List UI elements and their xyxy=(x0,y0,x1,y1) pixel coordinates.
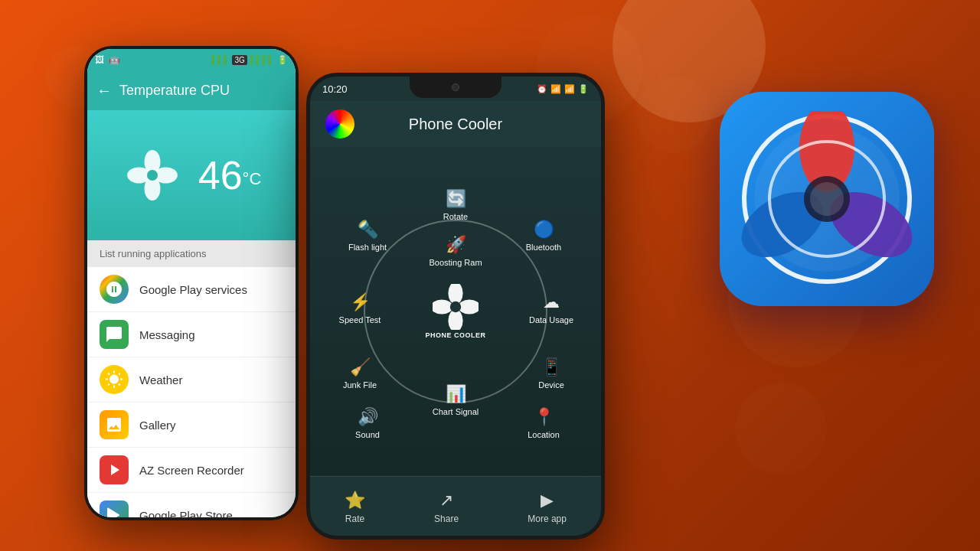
app-icon-messaging xyxy=(100,320,129,349)
app-name-messaging: Messaging xyxy=(139,328,195,341)
center-fan-button[interactable]: PHONE COOLER xyxy=(421,277,490,346)
app-icon-az xyxy=(100,455,129,484)
list-item[interactable]: Google Play Store xyxy=(87,493,296,517)
app-name-weather: Weather xyxy=(139,373,182,386)
app-list: Google Play services Messaging Weather xyxy=(87,267,296,517)
list-item[interactable]: Google Play services xyxy=(87,267,296,312)
svg-point-7 xyxy=(448,310,462,330)
running-apps-header: List running applications xyxy=(87,240,296,267)
app-icon-play-store xyxy=(100,500,129,517)
app-icon-gallery xyxy=(100,410,129,439)
menu-item-boosting-ram[interactable]: 🚀 Boosting Ram xyxy=(429,235,482,267)
list-item[interactable]: Messaging xyxy=(87,312,296,357)
list-item[interactable]: Weather xyxy=(87,357,296,403)
status-time: 10:20 xyxy=(322,83,348,95)
menu-item-data-usage[interactable]: ☁ Data Usage xyxy=(524,292,578,324)
svg-point-16 xyxy=(810,182,844,216)
svg-point-8 xyxy=(433,299,452,314)
app-icon-gps xyxy=(100,275,129,304)
svg-point-5 xyxy=(448,284,462,304)
right-header: Phone Cooler xyxy=(310,101,601,147)
app-icon-large xyxy=(720,92,934,306)
right-phone: 10:20 ⏰ 📶 📶 🔋 Phone Cooler 🔦 Flas xyxy=(306,73,605,540)
right-bottom-nav: ⭐ Rate ↗ Share ▶ More app xyxy=(310,476,601,536)
menu-item-junk-file[interactable]: 🧹 Junk File xyxy=(333,357,387,390)
menu-item-device[interactable]: 📱 Device xyxy=(524,357,578,390)
menu-item-flashlight[interactable]: 🔦 Flash light xyxy=(341,220,394,252)
temperature-display: 46°C xyxy=(87,110,296,240)
nav-share-label: Share xyxy=(434,514,459,524)
app-name-gps: Google Play services xyxy=(139,283,247,296)
menu-item-bluetooth[interactable]: 🔵 Bluetooth xyxy=(517,220,570,252)
svg-point-9 xyxy=(450,302,461,312)
left-phone-screen: 🖼 🤖 ▌▌▌ 3G ▌▌▌▌ 🔋 ← Temperature CPU xyxy=(87,49,296,517)
fan-icon xyxy=(122,145,183,206)
status-icons: ⏰ 📶 📶 🔋 xyxy=(537,84,589,94)
list-item[interactable]: Gallery xyxy=(87,403,296,448)
nav-rate[interactable]: ⭐ Rate xyxy=(345,491,365,524)
svg-point-6 xyxy=(459,299,479,314)
left-status-bar: 🖼 🤖 ▌▌▌ 3G ▌▌▌▌ 🔋 xyxy=(87,49,296,70)
right-header-title: Phone Cooler xyxy=(409,116,502,133)
left-screen-title: Temperature CPU xyxy=(119,83,230,99)
menu-item-rotate[interactable]: 🔄 Rotate xyxy=(429,189,482,221)
nav-share[interactable]: ↗ Share xyxy=(434,491,459,524)
app-name-az: AZ Screen Recorder xyxy=(139,464,244,477)
temperature-value: 46°C xyxy=(198,152,262,198)
cooler-main: 🔦 Flash light 🔄 Rotate 🔵 Bluetooth ⚡ Spe… xyxy=(310,147,601,476)
nav-more-app[interactable]: ▶ More app xyxy=(528,491,567,524)
menu-item-location[interactable]: 📍 Location xyxy=(517,407,570,439)
right-phone-screen: 10:20 ⏰ 📶 📶 🔋 Phone Cooler 🔦 Flas xyxy=(310,77,601,536)
svg-point-4 xyxy=(147,170,158,181)
back-button[interactable]: ← xyxy=(96,82,112,99)
left-top-bar: ← Temperature CPU xyxy=(87,70,296,110)
app-name-gallery: Gallery xyxy=(139,419,176,432)
list-item[interactable]: AZ Screen Recorder xyxy=(87,448,296,493)
nav-rate-label: Rate xyxy=(345,514,364,524)
app-rainbow-icon xyxy=(325,109,354,139)
menu-item-speedtest[interactable]: ⚡ Speed Test xyxy=(333,292,387,324)
menu-item-chart-signal[interactable]: 📊 Chart Signal xyxy=(429,384,482,416)
menu-item-sound[interactable]: 🔊 Sound xyxy=(341,407,394,439)
nav-more-app-label: More app xyxy=(528,514,567,524)
circle-menu: 🔦 Flash light 🔄 Rotate 🔵 Bluetooth ⚡ Spe… xyxy=(325,181,586,442)
left-phone: 🖼 🤖 ▌▌▌ 3G ▌▌▌▌ 🔋 ← Temperature CPU xyxy=(84,46,299,520)
app-name-play-store: Google Play Store xyxy=(139,509,233,518)
center-fan-label: PHONE COOLER xyxy=(425,331,485,339)
app-icon-weather xyxy=(100,365,129,394)
